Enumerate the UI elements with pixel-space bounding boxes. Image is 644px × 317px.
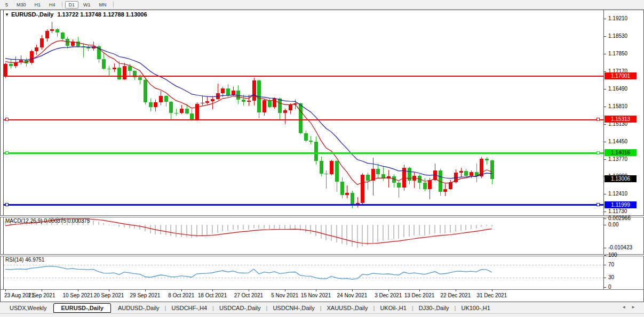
level-line-handle[interactable]	[6, 204, 9, 206]
candle	[14, 62, 18, 66]
chart-symbol-title: EURUSD-,Daily	[11, 11, 53, 18]
candle	[273, 99, 276, 107]
macd-histogram-bar	[491, 225, 492, 226]
candle	[252, 80, 256, 101]
candle	[149, 102, 153, 107]
candle	[50, 29, 54, 30]
candle	[4, 64, 7, 76]
candle	[123, 66, 126, 79]
candle	[470, 172, 473, 176]
candle	[190, 113, 194, 119]
candle	[107, 69, 111, 69]
macd-histogram-bar	[393, 225, 394, 239]
price-axis-label: 1.13770	[608, 156, 627, 162]
candle	[211, 99, 214, 101]
macd-histogram-bar	[227, 225, 228, 231]
macd-histogram-bar	[290, 225, 291, 229]
rsi-line	[5, 266, 492, 279]
price-tag: 1.11999	[605, 201, 637, 208]
macd-histogram-bar	[212, 225, 213, 234]
candle	[138, 77, 142, 80]
macd-histogram-bar	[181, 225, 182, 237]
price-tag: 1.13006	[605, 175, 637, 182]
macd-histogram-bar	[114, 225, 115, 225]
candle	[464, 171, 468, 175]
macd-histogram-bar	[222, 225, 223, 231]
candle	[283, 110, 287, 113]
macd-histogram-bar	[165, 225, 166, 235]
candle	[154, 102, 157, 107]
price-axis-label: 1.11730	[608, 208, 627, 214]
candle	[35, 47, 38, 51]
macd-histogram-bar	[434, 225, 435, 233]
macd-histogram-bar	[398, 225, 399, 239]
price-axis-label: 1.19210	[608, 15, 627, 21]
level-line-handle[interactable]	[6, 118, 9, 121]
macd-histogram-bar	[150, 225, 151, 233]
macd-axis-label: 0.00	[608, 222, 618, 227]
macd-histogram-bar	[341, 225, 343, 244]
candle	[159, 96, 163, 102]
macd-histogram-bar	[403, 225, 404, 237]
macd-histogram-bar	[217, 225, 218, 233]
macd-histogram-bar	[269, 225, 270, 229]
macd-histogram-bar	[145, 225, 146, 231]
level-line-handle[interactable]	[597, 118, 600, 121]
chart-canvas	[0, 0, 644, 317]
candle	[490, 160, 494, 179]
level-line-handle[interactable]	[597, 204, 600, 206]
macd-histogram-bar	[191, 225, 192, 238]
rsi-indicator-label: RSI(14) 46.9751	[5, 257, 44, 263]
candle	[397, 183, 401, 188]
price-tag: 1.17001	[605, 72, 637, 79]
rsi-axis-label: 0	[608, 284, 611, 290]
candle	[340, 182, 344, 195]
chart-ohlc-values: 1.13722 1.13748 1.12788 1.13006	[57, 11, 147, 18]
candle	[221, 88, 225, 93]
chart-dropdown-arrow-icon[interactable]: ▼	[5, 12, 9, 17]
level-line-handle[interactable]	[6, 152, 9, 155]
rsi-axis-label: 30	[608, 274, 614, 280]
macd-histogram-bar	[465, 225, 466, 230]
candle	[164, 96, 168, 102]
macd-axis-label: -0.010423	[608, 245, 632, 250]
macd-histogram-bar	[476, 225, 477, 229]
macd-histogram-bar	[310, 225, 311, 234]
macd-histogram-bar	[409, 225, 410, 237]
candle	[117, 68, 121, 79]
macd-histogram-bar	[486, 225, 487, 226]
macd-histogram-bar	[346, 225, 347, 245]
date-label: 10 Sep 2021	[62, 292, 93, 298]
level-line-handle[interactable]	[597, 152, 600, 155]
candle	[169, 102, 173, 113]
candle	[174, 113, 178, 113]
macd-histogram-bar	[103, 223, 104, 225]
date-label: 20 Sep 2021	[94, 292, 124, 298]
macd-histogram-bar	[124, 225, 125, 227]
macd-histogram-bar	[243, 225, 244, 230]
candle	[9, 64, 13, 66]
candle	[376, 169, 380, 174]
macd-histogram-bar	[233, 225, 234, 230]
price-axis-label: 1.18530	[608, 33, 627, 39]
macd-histogram-bar	[237, 225, 238, 230]
trading-app: 5M30H1H4D1W1MN ▼EURUSD-,Daily1.13722 1.1…	[0, 0, 644, 317]
macd-histogram-bar	[362, 225, 363, 246]
ma-slow-line	[5, 47, 492, 178]
macd-histogram-bar	[357, 225, 358, 248]
price-tag: 1.14016	[605, 149, 637, 156]
price-axis-label: 1.16490	[608, 86, 627, 92]
macd-histogram-bar	[176, 225, 177, 237]
macd-histogram-bar	[383, 225, 384, 241]
candle	[185, 109, 189, 114]
candle	[304, 133, 308, 141]
macd-indicator-label: MACD(12,26,9) 0.000375 0.000375	[5, 218, 90, 224]
candle	[309, 141, 313, 142]
candle	[345, 193, 349, 195]
candle	[263, 100, 266, 112]
candle	[61, 32, 65, 39]
macd-histogram-bar	[440, 225, 441, 233]
candle	[102, 59, 106, 69]
price-axis-label: 1.14450	[608, 139, 627, 144]
candle	[113, 68, 116, 69]
